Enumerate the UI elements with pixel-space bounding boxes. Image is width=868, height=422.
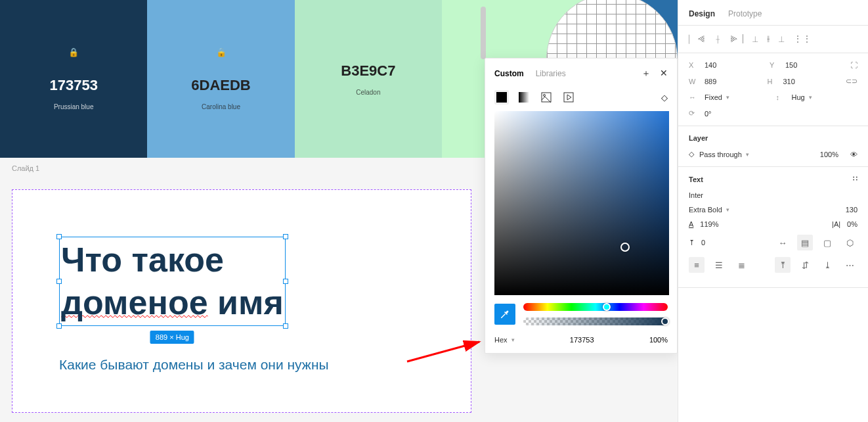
color-cursor[interactable]	[620, 243, 630, 252]
align-hcenter-icon[interactable]: ⟊	[715, 34, 720, 45]
resize-handle[interactable]	[283, 323, 288, 329]
swatch-hex: 173753	[49, 77, 97, 94]
align-top-icon[interactable]: ⟂	[752, 34, 758, 45]
sizing-x-select[interactable]: Fixed	[705, 93, 771, 101]
svg-point-3	[544, 95, 546, 97]
text-truncate-icon[interactable]: ⬡	[842, 235, 857, 250]
picker-tab-libraries[interactable]: Libraries	[536, 69, 566, 78]
title-text[interactable]: Что такоедоменое имя	[61, 239, 284, 324]
tab-prototype[interactable]: Prototype	[728, 9, 762, 18]
align-right-icon[interactable]: ⫸⎹	[729, 34, 743, 45]
w-input[interactable]: 889	[705, 78, 762, 85]
blend-mode-select[interactable]: Pass through	[699, 151, 749, 158]
font-weight-select[interactable]: Extra Bold	[689, 206, 729, 214]
svg-rect-1	[519, 92, 529, 103]
color-hex-input[interactable]: 173753	[570, 336, 594, 344]
color-area[interactable]	[494, 111, 669, 295]
swatch-carolina-blue[interactable]: 🔒 6DAEDB Carolina blue	[147, 0, 294, 158]
absolute-position-icon[interactable]: ⛶	[850, 61, 857, 69]
font-family-select[interactable]: Inter	[689, 191, 703, 199]
resize-handle[interactable]	[56, 234, 62, 239]
size-badge: 889 × Hug	[150, 331, 194, 344]
swatch-prussian-blue[interactable]: 🔒 173753 Prussian blue	[0, 0, 147, 158]
mode-video-icon[interactable]	[561, 90, 576, 105]
picker-mode-row: ◇	[485, 87, 677, 111]
resize-handle[interactable]	[283, 234, 288, 239]
text-align-left-icon[interactable]: ≡	[689, 257, 705, 273]
letter-spacing-input[interactable]: 0%	[847, 220, 857, 228]
visibility-icon[interactable]: 👁	[850, 151, 857, 158]
x-label: X	[689, 61, 699, 69]
text-auto-width-icon[interactable]: ↔	[775, 235, 791, 250]
sidebar-tabs: Design Prototype	[678, 0, 868, 26]
swatch-name: Prussian blue	[54, 103, 94, 110]
font-size-input[interactable]: 130	[846, 206, 857, 214]
scrollbar[interactable]	[481, 7, 486, 59]
subtitle-text[interactable]: Какие бывают домены и зачем они нужны	[59, 355, 329, 374]
align-bottom-icon[interactable]: ⟂	[779, 34, 784, 45]
y-input[interactable]: 150	[785, 61, 845, 69]
distribute-icon[interactable]: ⋮⋮	[793, 34, 812, 45]
canvas[interactable]: 🔒 173753 Prussian blue 🔒 6DAEDB Carolina…	[0, 0, 678, 422]
resize-handle[interactable]	[56, 323, 62, 329]
lock-icon: 🔒	[216, 47, 227, 57]
design-sidebar: Design Prototype ⎸⫷ ⟊ ⫸⎹ ⟂ ⫲ ⟂ ⋮⋮ X 140 …	[678, 0, 868, 422]
tab-design[interactable]: Design	[689, 9, 715, 18]
paragraph-spacing-input[interactable]: 0	[701, 239, 705, 246]
text-valign-bottom-icon[interactable]: ⤓	[819, 257, 835, 273]
color-format-select[interactable]: Hex	[494, 336, 515, 344]
eyedropper-button[interactable]	[494, 304, 515, 325]
constrain-icon[interactable]: ⊂⊃	[846, 77, 857, 85]
resize-v-icon: ↕	[776, 93, 787, 101]
text-more-icon[interactable]: ⋯	[842, 257, 857, 273]
paragraph-spacing-icon: ⤒	[689, 239, 695, 247]
text-auto-height-icon[interactable]: ▤	[797, 235, 813, 250]
text-valign-top-icon[interactable]: ⤒	[775, 257, 791, 273]
close-icon[interactable]: ✕	[660, 68, 668, 80]
add-style-icon[interactable]: ＋	[641, 68, 651, 80]
swatch-name: Carolina blue	[202, 103, 240, 110]
blend-icon[interactable]: ◇	[661, 93, 668, 103]
w-label: W	[689, 78, 699, 85]
h-label: H	[768, 78, 778, 85]
line-height-input[interactable]: 119%	[700, 220, 718, 228]
text-align-center-icon[interactable]: ☰	[711, 257, 727, 273]
color-opacity-input[interactable]: 100%	[649, 336, 668, 344]
align-vcenter-icon[interactable]: ⫲	[767, 34, 770, 45]
line-height-icon: A	[689, 220, 693, 228]
hue-slider[interactable]	[523, 303, 668, 311]
text-section: Text ∷ Inter Extra Bold 130 A 119% |A| 0…	[678, 167, 868, 288]
mode-gradient-icon[interactable]	[517, 90, 531, 105]
text-fixed-icon[interactable]: ▢	[819, 235, 835, 250]
mode-image-icon[interactable]	[539, 90, 553, 105]
layer-section: Layer ◇ Pass through 100% 👁	[678, 126, 868, 167]
sizing-y-select[interactable]: Hug	[792, 93, 858, 101]
h-input[interactable]: 310	[783, 78, 841, 85]
letter-spacing-icon: |A|	[832, 220, 840, 228]
layer-opacity-input[interactable]: 100%	[820, 151, 838, 158]
lock-icon: 🔒	[68, 47, 79, 57]
rotation-icon: ⟳	[689, 109, 699, 118]
selected-text-box[interactable]: Что такоедоменое имя 889 × Hug	[59, 237, 286, 326]
resize-handle[interactable]	[283, 279, 288, 284]
text-valign-middle-icon[interactable]: ⇵	[797, 257, 813, 273]
swatch-celadon[interactable]: B3E9C7 Celadon	[295, 0, 442, 158]
swatch-hex: B3E9C7	[341, 62, 395, 80]
mode-solid-icon[interactable]	[494, 90, 509, 105]
y-label: Y	[770, 61, 780, 69]
text-styles-icon[interactable]: ∷	[853, 175, 857, 183]
text-align-right-icon[interactable]: ≣	[733, 257, 749, 273]
blend-icon[interactable]: ◇	[689, 150, 694, 158]
picker-controls	[485, 295, 677, 333]
layer-title: Layer	[689, 134, 857, 142]
svg-rect-2	[542, 93, 551, 102]
x-input[interactable]: 140	[705, 61, 764, 69]
color-picker-panel[interactable]: Custom Libraries ＋ ✕ ◇	[485, 58, 678, 354]
rotation-input[interactable]: 0°	[705, 110, 857, 118]
slider-handle[interactable]	[661, 317, 669, 325]
align-left-icon[interactable]: ⎸⫷	[689, 34, 706, 45]
picker-tab-custom[interactable]: Custom	[494, 69, 524, 78]
align-row: ⎸⫷ ⟊ ⫸⎹ ⟂ ⫲ ⟂ ⋮⋮	[678, 26, 868, 53]
slider-handle[interactable]	[603, 303, 611, 311]
alpha-slider[interactable]	[523, 317, 668, 325]
